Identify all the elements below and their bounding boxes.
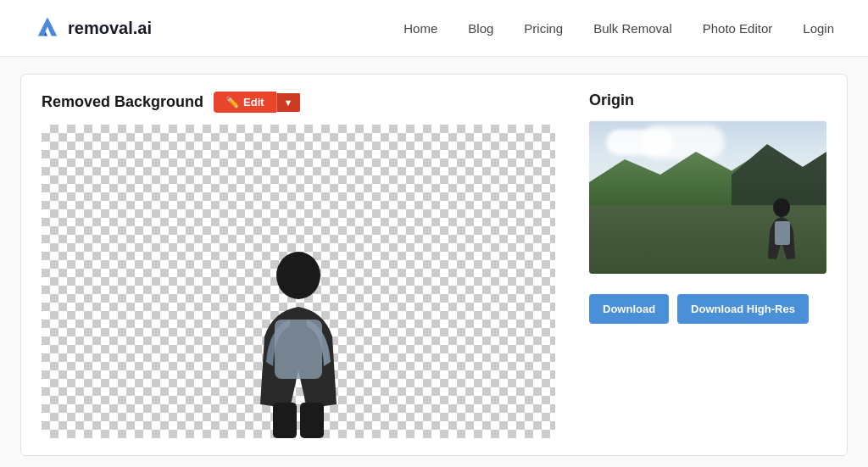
origin-person-silhouette [763,197,801,274]
person-silhouette [231,252,366,438]
removed-bg-canvas [42,125,555,438]
content-area: Removed Background ✏️ Edit ▼ [20,74,848,456]
svg-point-0 [276,252,320,299]
dropdown-arrow-icon: ▼ [284,97,293,108]
origin-title: Origin [589,92,826,109]
header: removal.ai Home Blog Pricing Bulk Remova… [0,0,868,57]
logo-icon [34,14,61,42]
download-buttons: Download Download High-Res [589,294,826,324]
svg-rect-1 [275,320,322,379]
svg-point-4 [773,198,790,217]
origin-image [589,121,826,274]
main-content: Removed Background ✏️ Edit ▼ [0,57,868,467]
download-hires-button[interactable]: Download High-Res [677,294,809,324]
origin-image-inner [589,121,826,274]
nav-home[interactable]: Home [403,21,437,36]
left-panel: Removed Background ✏️ Edit ▼ [42,92,555,438]
left-header: Removed Background ✏️ Edit ▼ [42,92,555,113]
edit-button-group: ✏️ Edit ▼ [214,92,299,113]
nav-photo-editor[interactable]: Photo Editor [703,21,773,36]
svg-rect-3 [300,403,324,438]
pencil-icon: ✏️ [225,96,239,108]
logo-link[interactable]: removal.ai [34,14,152,42]
edit-dropdown-button[interactable]: ▼ [276,93,300,112]
svg-rect-2 [273,403,297,438]
removed-background-title: Removed Background [42,93,203,111]
edit-label: Edit [243,96,264,108]
nav-login[interactable]: Login [803,21,834,36]
svg-rect-5 [775,221,790,245]
cloud-2 [640,125,725,159]
main-nav: Home Blog Pricing Bulk Removal Photo Edi… [403,21,834,36]
nav-pricing[interactable]: Pricing [524,21,563,36]
edit-button[interactable]: ✏️ Edit [214,92,276,113]
nav-bulk-removal[interactable]: Bulk Removal [593,21,672,36]
download-button[interactable]: Download [589,294,669,324]
right-panel: Origin Downlo [589,92,826,324]
logo-text: removal.ai [68,19,152,38]
nav-blog[interactable]: Blog [468,21,493,36]
